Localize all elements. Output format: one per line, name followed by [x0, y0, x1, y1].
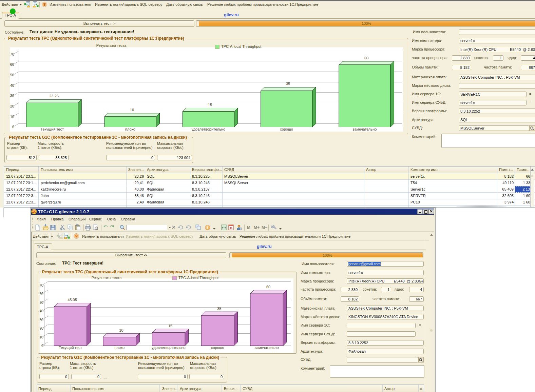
svg-text:?: ?	[43, 2, 46, 6]
svg-text:замечательно: замечательно	[352, 127, 377, 131]
svg-text:20: 20	[40, 326, 43, 330]
svg-text:Текущий тест: Текущий тест	[59, 346, 82, 350]
svg-text:50: 50	[40, 300, 43, 305]
svg-text:31: 31	[230, 227, 233, 230]
svg-text:хорошо: хорошо	[280, 127, 293, 131]
svg-text:10: 10	[40, 335, 43, 339]
svg-text:15: 15	[168, 324, 172, 328]
svg-text:70: 70	[10, 52, 14, 56]
svg-text:0: 0	[41, 344, 43, 348]
svg-text:23.26: 23.26	[49, 94, 59, 98]
svg-text:35: 35	[217, 307, 221, 311]
svg-text:60: 60	[10, 62, 14, 66]
svg-text:50: 50	[10, 73, 14, 77]
svg-text:30: 30	[10, 94, 14, 98]
svg-text:удовлетворительно: удовлетворительно	[192, 127, 226, 131]
svg-text:плохо: плохо	[125, 127, 135, 131]
svg-text:Текущий тест: Текущий тест	[40, 127, 64, 131]
svg-text:10: 10	[130, 108, 134, 112]
svg-text:35: 35	[286, 82, 290, 86]
svg-text:60: 60	[266, 285, 270, 289]
svg-text:10: 10	[10, 115, 14, 119]
svg-text:10: 10	[119, 328, 123, 332]
svg-text:хорошо: хорошо	[211, 346, 224, 350]
svg-text:30: 30	[40, 318, 43, 322]
svg-text:удовлетворительно: удовлетворительно	[152, 346, 186, 350]
svg-text:замечательно: замечательно	[254, 346, 279, 350]
svg-text:40: 40	[10, 83, 14, 87]
svg-text:40: 40	[40, 309, 43, 313]
svg-text:15: 15	[208, 103, 212, 107]
svg-text:плохо: плохо	[114, 346, 125, 350]
svg-text:M+: M+	[254, 225, 260, 230]
svg-text:M−: M−	[262, 225, 267, 230]
svg-text:?: ?	[75, 234, 78, 238]
svg-text:45.05: 45.05	[68, 298, 77, 302]
svg-text:60: 60	[40, 292, 43, 296]
svg-text:70: 70	[40, 283, 43, 287]
svg-text:M: M	[247, 225, 250, 230]
svg-text:20: 20	[10, 104, 14, 108]
svg-text:60: 60	[364, 56, 368, 60]
svg-text:0: 0	[12, 125, 14, 129]
